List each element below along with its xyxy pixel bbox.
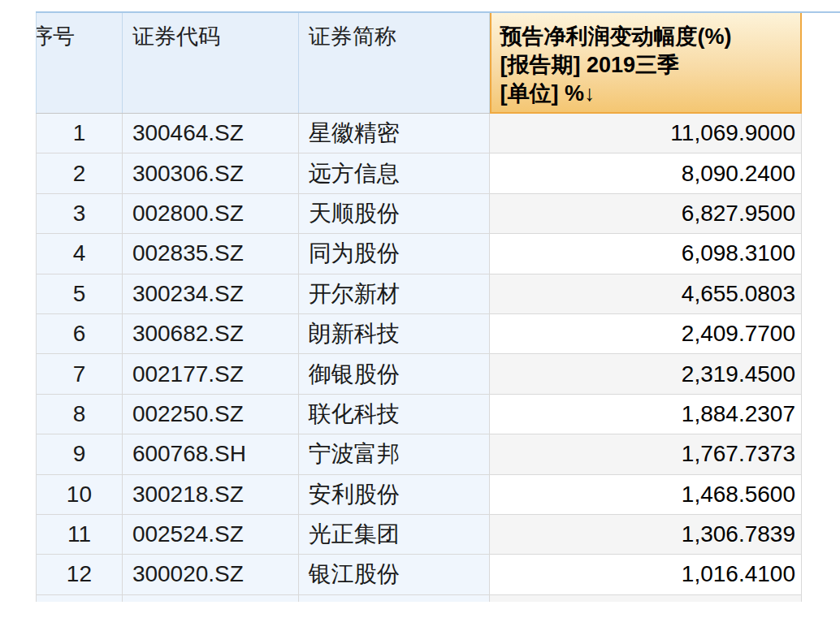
header-line-report-period: [报告期] 2019三季 xyxy=(500,51,800,80)
code-cell[interactable]: 300464.SZ xyxy=(123,114,299,153)
table-header: 序号 证券代码 证券简称 预告净利润变动幅度(%) [报告期] 2019三季 [… xyxy=(36,13,802,114)
table-row[interactable]: 1 300464.SZ 星徽精密 11,069.9000 xyxy=(37,114,802,153)
value-cell[interactable]: 1,306.7839 xyxy=(490,515,802,554)
name-cell[interactable]: 开尔新材 xyxy=(299,274,491,313)
index-cell[interactable]: 4 xyxy=(37,234,123,273)
partial-name-cell xyxy=(299,595,491,602)
code-cell[interactable]: 600768.SH xyxy=(123,434,299,473)
column-header-name[interactable]: 证券简称 xyxy=(299,13,491,113)
index-cell[interactable]: 1 xyxy=(37,114,123,153)
name-cell[interactable]: 远方信息 xyxy=(299,153,491,192)
index-cell[interactable]: 5 xyxy=(37,274,123,313)
table-row[interactable]: 9 600768.SH 宁波富邦 1,767.7373 xyxy=(37,434,802,474)
unit-label: [单位] % xyxy=(500,81,584,106)
index-cell[interactable]: 3 xyxy=(37,194,123,233)
name-cell[interactable]: 御银股份 xyxy=(299,354,491,393)
value-cell[interactable]: 1,468.5600 xyxy=(490,475,802,514)
index-cell[interactable]: 8 xyxy=(37,395,123,434)
table-row[interactable]: 7 002177.SZ 御银股份 2,319.4500 xyxy=(37,354,802,394)
header-line-metric: 预告净利润变动幅度(%) xyxy=(500,23,800,51)
value-cell[interactable]: 1,016.4100 xyxy=(490,555,802,594)
value-cell[interactable]: 11,069.9000 xyxy=(490,114,802,153)
value-cell[interactable]: 6,827.9500 xyxy=(490,194,802,233)
value-cell[interactable]: 8,090.2400 xyxy=(490,153,802,192)
index-cell[interactable]: 9 xyxy=(37,434,123,473)
value-cell[interactable]: 2,319.4500 xyxy=(490,354,802,393)
table-row[interactable]: 4 002835.SZ 同为股份 6,098.3100 xyxy=(37,234,802,274)
code-cell[interactable]: 002524.SZ xyxy=(123,515,299,554)
index-cell[interactable]: 12 xyxy=(37,555,123,594)
table-row[interactable]: 8 002250.SZ 联化科技 1,884.2307 xyxy=(37,395,802,434)
code-cell[interactable]: 002177.SZ xyxy=(123,354,299,393)
stock-table: 序号 证券代码 证券简称 预告净利润变动幅度(%) [报告期] 2019三季 [… xyxy=(36,13,802,602)
screen: 序号 证券代码 证券简称 预告净利润变动幅度(%) [报告期] 2019三季 [… xyxy=(0,0,840,618)
code-cell[interactable]: 002250.SZ xyxy=(123,395,299,434)
partial-index-cell xyxy=(37,595,123,602)
value-cell[interactable]: 1,767.7373 xyxy=(490,434,802,473)
index-cell[interactable]: 11 xyxy=(37,515,123,554)
code-cell[interactable]: 300234.SZ xyxy=(123,274,299,313)
name-cell[interactable]: 光正集团 xyxy=(299,515,491,554)
value-cell[interactable]: 1,884.2307 xyxy=(490,395,802,434)
index-cell[interactable]: 10 xyxy=(37,475,123,514)
column-header-index[interactable]: 序号 xyxy=(37,13,123,113)
clipped-partial-row xyxy=(36,595,802,602)
column-header-forecast-change[interactable]: 预告净利润变动幅度(%) [报告期] 2019三季 [单位] %↓ xyxy=(490,13,802,114)
value-cell[interactable]: 4,655.0803 xyxy=(490,274,802,313)
table-body: 1 300464.SZ 星徽精密 11,069.9000 2 300306.SZ… xyxy=(36,114,802,595)
name-cell[interactable]: 安利股份 xyxy=(299,475,491,514)
code-cell[interactable]: 002800.SZ xyxy=(123,194,299,233)
index-cell[interactable]: 6 xyxy=(37,314,123,353)
table-row[interactable]: 2 300306.SZ 远方信息 8,090.2400 xyxy=(37,153,802,193)
index-cell[interactable]: 7 xyxy=(37,354,123,393)
table-row[interactable]: 10 300218.SZ 安利股份 1,468.5600 xyxy=(37,475,802,515)
code-cell[interactable]: 300306.SZ xyxy=(123,153,299,192)
name-cell[interactable]: 朗新科技 xyxy=(299,314,491,353)
code-cell[interactable]: 300682.SZ xyxy=(123,314,299,353)
name-cell[interactable]: 同为股份 xyxy=(299,234,491,273)
value-cell[interactable]: 6,098.3100 xyxy=(490,234,802,273)
name-cell[interactable]: 联化科技 xyxy=(299,395,491,434)
name-cell[interactable]: 宁波富邦 xyxy=(299,434,491,473)
header-line-unit: [单位] %↓ xyxy=(500,80,800,108)
table-row[interactable]: 12 300020.SZ 银江股份 1,016.4100 xyxy=(37,555,802,594)
table-row[interactable]: 5 300234.SZ 开尔新材 4,655.0803 xyxy=(37,274,802,314)
sort-descending-icon: ↓ xyxy=(584,81,595,106)
name-cell[interactable]: 星徽精密 xyxy=(299,114,491,153)
code-cell[interactable]: 300218.SZ xyxy=(123,475,299,514)
value-cell[interactable]: 2,409.7700 xyxy=(490,314,802,353)
table-row[interactable]: 6 300682.SZ 朗新科技 2,409.7700 xyxy=(37,314,802,354)
code-cell[interactable]: 002835.SZ xyxy=(123,234,299,273)
partial-code-cell xyxy=(123,595,299,602)
table-row[interactable]: 11 002524.SZ 光正集团 1,306.7839 xyxy=(37,515,802,555)
table-row[interactable]: 3 002800.SZ 天顺股份 6,827.9500 xyxy=(37,194,802,234)
name-cell[interactable]: 银江股份 xyxy=(299,555,491,594)
column-header-code[interactable]: 证券代码 xyxy=(123,13,299,113)
name-cell[interactable]: 天顺股份 xyxy=(299,194,491,233)
code-cell[interactable]: 300020.SZ xyxy=(123,555,299,594)
index-cell[interactable]: 2 xyxy=(37,153,123,192)
partial-value-cell xyxy=(490,595,802,602)
